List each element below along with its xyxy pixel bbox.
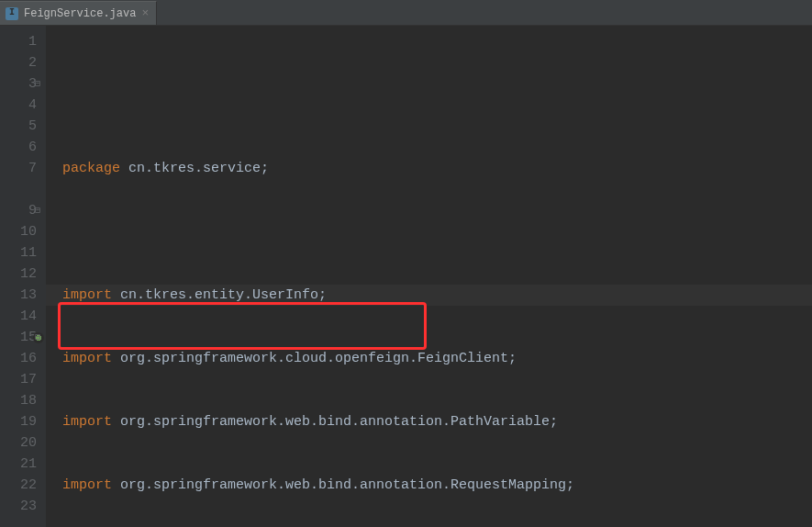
fold-toggle-icon[interactable]: ⊟	[35, 200, 40, 221]
line-number: 13	[0, 285, 37, 306]
line-number-gutter: 1 2 3 4 5 6 7 9 10 11 12 13 14 15 16 17 …	[0, 26, 46, 527]
java-interface-icon	[6, 7, 18, 20]
line-number: 23	[0, 496, 37, 517]
code-line: package cn.tkres.service;	[62, 158, 812, 179]
tab-filename: FeignService.java	[24, 7, 136, 20]
line-number: 19	[0, 411, 37, 432]
line-number: 11	[0, 242, 37, 264]
line-number: 4	[0, 95, 37, 116]
tab-bar: FeignService.java ×	[0, 0, 812, 26]
line-number: 21	[0, 454, 37, 475]
line-number: 9	[0, 200, 37, 221]
close-icon[interactable]: ×	[141, 6, 149, 20]
line-number: 15	[0, 327, 37, 348]
line-number: 5	[0, 116, 37, 137]
line-number: 18	[0, 390, 37, 411]
code-line: import cn.tkres.entity.UserInfo;	[62, 285, 812, 306]
line-number: 17	[0, 369, 37, 390]
code-line: import org.springframework.web.bind.anno…	[62, 411, 812, 432]
line-number: 16	[0, 348, 37, 369]
code-line	[62, 221, 812, 242]
code-line: import org.springframework.web.bind.anno…	[62, 475, 812, 496]
code-line: import org.springframework.cloud.openfei…	[62, 348, 812, 369]
line-number: 10	[0, 221, 37, 242]
line-number: 14	[0, 306, 37, 327]
fold-toggle-icon[interactable]: ⊟	[35, 327, 40, 348]
file-tab[interactable]: FeignService.java ×	[0, 1, 157, 25]
fold-toggle-icon[interactable]: ⊟	[35, 73, 40, 95]
code-area[interactable]: ⊟ ⊟ ⊟ package cn.tkres.service; import c…	[46, 26, 812, 527]
line-number: 2	[0, 52, 37, 73]
line-number: 7	[0, 158, 37, 179]
line-number	[0, 179, 37, 200]
line-number: 22	[0, 475, 37, 496]
line-number: 6	[0, 137, 37, 158]
line-number: 1	[0, 31, 37, 52]
code-editor[interactable]: 1 2 3 4 5 6 7 9 10 11 12 13 14 15 16 17 …	[0, 26, 812, 527]
line-number: 12	[0, 264, 37, 285]
line-number: 20	[0, 432, 37, 454]
line-number: 3	[0, 73, 37, 95]
